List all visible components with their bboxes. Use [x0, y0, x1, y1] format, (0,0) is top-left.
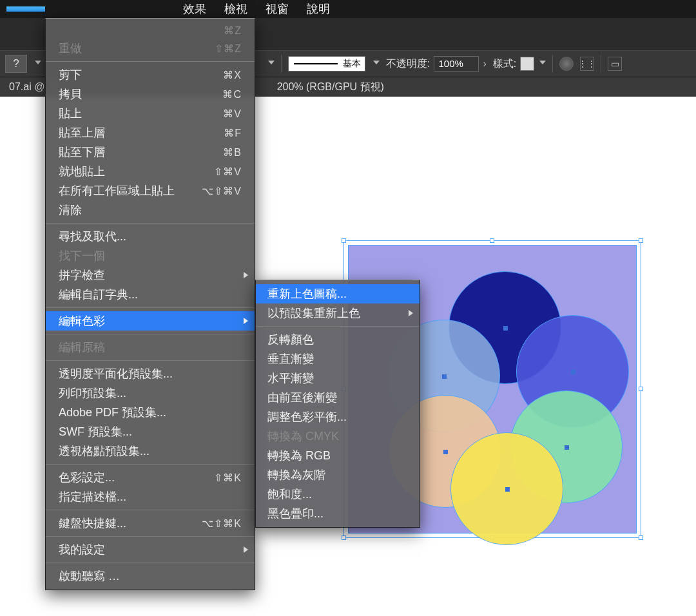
- menu-separator: [46, 307, 255, 308]
- menu-item-label: 列印預設集...: [59, 385, 126, 401]
- menubar-active[interactable]: [6, 6, 45, 12]
- menu-item-label: 剪下: [59, 67, 82, 82]
- menubar-item[interactable]: 檢視: [215, 0, 256, 19]
- menu-item: ⌘Z: [46, 23, 255, 39]
- menu-item-label: 轉換為 RGB: [267, 448, 331, 463]
- menu-item-label: 鍵盤快捷鍵...: [59, 515, 126, 531]
- style-swatch[interactable]: [520, 57, 534, 71]
- menu-item[interactable]: 貼至上層⌘F: [46, 123, 255, 142]
- submenu-item[interactable]: 以預設集重新上色: [256, 303, 420, 323]
- recolor-icon[interactable]: [559, 57, 574, 71]
- menu-item[interactable]: 列印預設集...: [46, 383, 255, 403]
- menu-item[interactable]: 尋找及取代...: [46, 227, 255, 246]
- menu-item-label: 指定描述檔...: [59, 489, 126, 505]
- dropdown-icon[interactable]: [373, 61, 380, 67]
- submenu-item[interactable]: 調整色彩平衡...: [256, 407, 420, 427]
- arrange-icon[interactable]: ▭: [608, 57, 622, 71]
- menu-separator: [46, 510, 255, 510]
- help-button[interactable]: ?: [5, 55, 27, 73]
- menu-shortcut: ⇧⌘V: [214, 166, 242, 178]
- handle[interactable]: [490, 238, 494, 243]
- menu-item-label: 就地貼上: [59, 164, 105, 179]
- menu-item-label: 找下一個: [59, 248, 105, 264]
- menu-item[interactable]: SWF 預設集...: [46, 422, 255, 441]
- menu-item-label: 以預設集重新上色: [267, 305, 360, 321]
- opacity-input[interactable]: 100%: [434, 56, 479, 72]
- menu-shortcut: ⇧⌘K: [214, 472, 242, 484]
- menu-item[interactable]: 拼字檢查: [46, 265, 255, 285]
- menu-item[interactable]: 貼至下層⌘B: [46, 142, 255, 162]
- menu-item-label: 貼至下層: [59, 144, 105, 160]
- menu-item[interactable]: 啟動聽寫 …: [46, 566, 255, 586]
- menu-shortcut: ⌘V: [223, 108, 242, 120]
- menu-item[interactable]: 透視格點預設集...: [46, 441, 255, 461]
- menu-shortcut: ⌘F: [224, 127, 242, 139]
- menu-item[interactable]: 色彩設定...⇧⌘K: [46, 468, 255, 487]
- handle[interactable]: [639, 387, 643, 391]
- menubar: 效果 檢視 視窗 說明: [0, 0, 696, 18]
- submenu-item[interactable]: 黑色疊印...: [256, 504, 420, 523]
- menu-item-label: 編輯自訂字典...: [59, 287, 138, 302]
- submenu-item[interactable]: 轉換為 RGB: [256, 446, 420, 465]
- anchor-point[interactable]: [571, 370, 575, 374]
- anchor-point[interactable]: [443, 450, 448, 454]
- menu-item-label: SWF 預設集...: [59, 424, 132, 439]
- menu-item[interactable]: 透明度平面化預設集...: [46, 364, 255, 383]
- menu-shortcut: ⌘B: [223, 146, 242, 159]
- chevron-right-icon: [244, 272, 248, 278]
- edit-colors-submenu: 重新上色圖稿...以預設集重新上色反轉顏色垂直漸變水平漸變由前至後漸變調整色彩平…: [255, 280, 420, 528]
- menu-item: 找下一個: [46, 246, 255, 265]
- handle[interactable]: [342, 535, 346, 540]
- menubar-item[interactable]: 視窗: [256, 0, 298, 19]
- handle[interactable]: [639, 238, 643, 243]
- menu-item-label: 反轉顏色: [267, 332, 314, 347]
- menu-item-label: 尋找及取代...: [59, 229, 126, 244]
- menu-separator: [46, 334, 255, 334]
- submenu-item[interactable]: 水平漸變: [256, 369, 420, 388]
- divider: [281, 55, 282, 73]
- menubar-item[interactable]: 效果: [174, 0, 215, 19]
- handle[interactable]: [342, 238, 346, 243]
- chevron-right-icon: [244, 546, 248, 553]
- stroke-label: 基本: [343, 58, 361, 70]
- menubar-item[interactable]: 說明: [298, 0, 339, 19]
- menu-item[interactable]: 清除: [46, 200, 255, 220]
- submenu-item[interactable]: 轉換為灰階: [256, 465, 420, 485]
- menu-item-label: 清除: [59, 202, 82, 218]
- chevron-right-icon: [409, 310, 413, 316]
- chevron-right-icon[interactable]: ›: [483, 58, 486, 70]
- menu-item[interactable]: 就地貼上⇧⌘V: [46, 162, 255, 181]
- anchor-point[interactable]: [565, 445, 569, 450]
- anchor-point[interactable]: [442, 374, 447, 379]
- menu-item[interactable]: 貼上⌘V: [46, 104, 255, 123]
- dropdown-icon[interactable]: [35, 61, 41, 67]
- menu-item[interactable]: 編輯自訂字典...: [46, 285, 255, 304]
- menu-item[interactable]: 鍵盤快捷鍵...⌥⇧⌘K: [46, 514, 255, 533]
- submenu-item[interactable]: 垂直漸變: [256, 349, 420, 369]
- anchor-point[interactable]: [505, 487, 510, 492]
- submenu-item: 轉換為 CMYK: [256, 427, 420, 446]
- menu-item[interactable]: 我的設定: [46, 540, 255, 559]
- anchor-point[interactable]: [503, 326, 508, 331]
- document-tab-right[interactable]: 200% (RGB/GPU 預視): [268, 81, 393, 94]
- menu-item[interactable]: Adobe PDF 預設集...: [46, 403, 255, 422]
- submenu-item[interactable]: 反轉顏色: [256, 330, 420, 349]
- handle[interactable]: [639, 535, 643, 540]
- menu-item[interactable]: 拷貝⌘C: [46, 84, 255, 104]
- menu-item-label: 透視格點預設集...: [59, 443, 150, 459]
- stroke-line-icon: [294, 63, 338, 64]
- menu-item-label: 重做: [59, 41, 82, 56]
- submenu-item[interactable]: 由前至後漸變: [256, 388, 420, 407]
- dropdown-icon[interactable]: [268, 61, 275, 67]
- submenu-item[interactable]: 飽和度...: [256, 485, 420, 504]
- menu-separator: [46, 61, 255, 62]
- submenu-item[interactable]: 重新上色圖稿...: [256, 284, 420, 303]
- menu-item[interactable]: 指定描述檔...: [46, 487, 255, 506]
- menu-item[interactable]: 剪下⌘X: [46, 65, 255, 84]
- align-icon[interactable]: ⋮⋮: [580, 57, 594, 71]
- divider: [552, 55, 553, 73]
- dropdown-icon[interactable]: [539, 61, 546, 67]
- menu-item[interactable]: 編輯色彩: [46, 311, 255, 331]
- menu-item[interactable]: 在所有工作區域上貼上⌥⇧⌘V: [46, 181, 255, 200]
- stroke-style[interactable]: 基本: [288, 56, 365, 72]
